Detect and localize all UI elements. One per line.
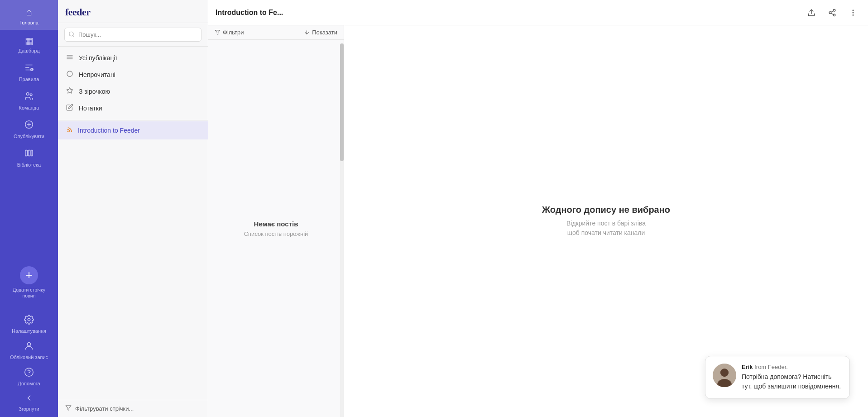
svg-point-25 xyxy=(853,10,854,11)
add-feed-button[interactable]: + Додати стрічку новин xyxy=(0,262,58,303)
posts-scrollbar[interactable] xyxy=(340,43,344,417)
filter-posts-icon xyxy=(215,29,221,35)
svg-point-2 xyxy=(30,94,32,96)
sidebar-filter-button[interactable]: Фільтрувати стрічки... xyxy=(58,400,208,417)
share-button[interactable] xyxy=(825,5,840,20)
svg-line-23 xyxy=(831,13,833,14)
svg-point-27 xyxy=(853,14,854,15)
nav-item-account[interactable]: Обліковий запис xyxy=(0,336,58,363)
filter-label: Фільтрувати стрічки... xyxy=(75,405,134,412)
export-button[interactable] xyxy=(804,5,819,20)
svg-marker-18 xyxy=(66,406,71,411)
svg-line-24 xyxy=(831,10,833,12)
svg-line-12 xyxy=(73,35,74,37)
nav-item-publish[interactable]: Опублікувати xyxy=(0,114,58,143)
more-button[interactable] xyxy=(845,5,861,20)
nav-item-settings[interactable]: Налаштування xyxy=(0,310,58,336)
sidebar-item-unread[interactable]: Непрочитані xyxy=(58,66,208,83)
sidebar-item-all[interactable]: Усі публікації xyxy=(58,49,208,66)
nav-item-library[interactable]: Бібліотека xyxy=(0,143,58,171)
sidebar-item-notes[interactable]: Нотатки xyxy=(58,100,208,116)
svg-point-1 xyxy=(27,93,29,96)
nav-team-label: Команда xyxy=(19,105,39,110)
no-post-line1: Відкрийте пост в барі зліва xyxy=(566,220,646,227)
nav-item-home[interactable]: ⌂ Головна xyxy=(0,0,58,30)
search-wrap xyxy=(64,28,201,42)
chat-message: Потрібна допомога? Натисніть тут, щоб за… xyxy=(742,372,841,391)
svg-rect-4 xyxy=(25,150,28,156)
notes-label: Нотатки xyxy=(79,105,102,112)
nav-item-collapse[interactable]: Згорнути xyxy=(0,389,58,417)
svg-point-26 xyxy=(853,12,854,13)
svg-marker-17 xyxy=(67,87,72,93)
show-label: Показати xyxy=(312,29,337,36)
nav-item-team[interactable]: Команда xyxy=(0,86,58,114)
posts-empty-title: Немає постів xyxy=(254,220,298,228)
posts-toolbar: Фільтри Показати xyxy=(208,25,344,40)
help-icon xyxy=(24,367,34,379)
no-post-line2: щоб почати читати канали xyxy=(567,229,645,236)
search-icon xyxy=(68,31,75,38)
svg-point-7 xyxy=(28,318,30,321)
notes-icon xyxy=(66,104,73,112)
nav-collapse-label: Згорнути xyxy=(19,406,39,412)
posts-panel: Фільтри Показати Немає постів Список пос… xyxy=(208,25,344,417)
sidebar-item-starred[interactable]: З зірочкою xyxy=(58,83,208,100)
chat-from-source: from Feeder. xyxy=(754,364,788,370)
nav-rules-label: Правила xyxy=(19,77,39,82)
svg-point-33 xyxy=(720,369,729,377)
nav-dashboard-label: Дашборд xyxy=(18,48,39,53)
publish-icon xyxy=(24,120,34,132)
nav-item-help[interactable]: Допомога xyxy=(0,363,58,389)
nav-help-label: Допомога xyxy=(18,381,40,386)
rules-icon xyxy=(24,62,34,75)
chat-bubble[interactable]: Erik from Feeder. Потрібна допомога? Нат… xyxy=(705,356,850,399)
sidebar-divider xyxy=(58,120,208,120)
show-posts-button[interactable]: Показати xyxy=(304,29,337,36)
svg-point-8 xyxy=(27,343,30,346)
all-posts-label: Усі публікації xyxy=(79,54,117,62)
nav-home-label: Головна xyxy=(19,20,38,25)
chat-content: Erik from Feeder. Потрібна допомога? Нат… xyxy=(742,364,841,391)
no-post-title: Жодного допису не вибрано xyxy=(542,205,670,215)
filter-icon xyxy=(65,405,72,412)
add-circle-icon: + xyxy=(20,266,38,284)
chat-from-name: Erik xyxy=(742,364,753,370)
share-icon xyxy=(828,9,836,17)
sidebar-feed-item-feeder[interactable]: Introduction to Feeder xyxy=(58,121,208,139)
starred-label: З зірочкою xyxy=(79,88,110,95)
collapse-icon xyxy=(24,393,34,404)
main-content: Фільтри Показати Немає постів Список пос… xyxy=(208,25,868,417)
sidebar: feeder Усі публікації Непрочитані xyxy=(58,0,208,417)
feeder-logo: feeder xyxy=(65,6,91,18)
posts-empty: Немає постів Список постів порожній xyxy=(208,40,344,417)
nav-account-label: Обліковий запис xyxy=(10,355,48,360)
search-area xyxy=(58,23,208,47)
account-icon xyxy=(24,341,34,353)
svg-marker-28 xyxy=(215,30,220,35)
filter-posts-button[interactable]: Фільтри xyxy=(215,29,244,36)
svg-rect-5 xyxy=(28,150,30,156)
all-posts-icon xyxy=(66,53,73,62)
scrollbar-thumb[interactable] xyxy=(340,43,344,161)
posts-empty-subtitle: Список постів порожній xyxy=(244,230,308,237)
avatar xyxy=(713,364,736,387)
main-area: Introduction to Fe... Фільтри Показати xyxy=(208,0,868,417)
chat-from: Erik from Feeder. xyxy=(742,364,841,370)
svg-rect-6 xyxy=(31,150,33,156)
export-icon xyxy=(807,9,815,17)
dashboard-icon: ▦ xyxy=(25,35,34,46)
no-post-subtitle: Відкрийте пост в барі зліва щоб почати ч… xyxy=(566,219,646,238)
nav-item-dashboard[interactable]: ▦ Дашборд xyxy=(0,30,58,57)
page-title: Introduction to Fe... xyxy=(216,9,798,17)
unread-icon xyxy=(66,70,73,79)
reader-panel: Жодного допису не вибрано Відкрийте пост… xyxy=(344,25,868,417)
add-feed-label: Додати стрічку новин xyxy=(9,287,49,299)
home-icon: ⌂ xyxy=(26,6,32,18)
nav-item-rules[interactable]: Правила xyxy=(0,57,58,86)
main-header: Introduction to Fe... xyxy=(208,0,868,25)
left-nav: ⌂ Головна ▦ Дашборд Правила Команда Опуб… xyxy=(0,0,58,417)
search-input[interactable] xyxy=(64,28,201,42)
nav-publish-label: Опублікувати xyxy=(14,134,44,139)
settings-icon xyxy=(24,315,34,326)
